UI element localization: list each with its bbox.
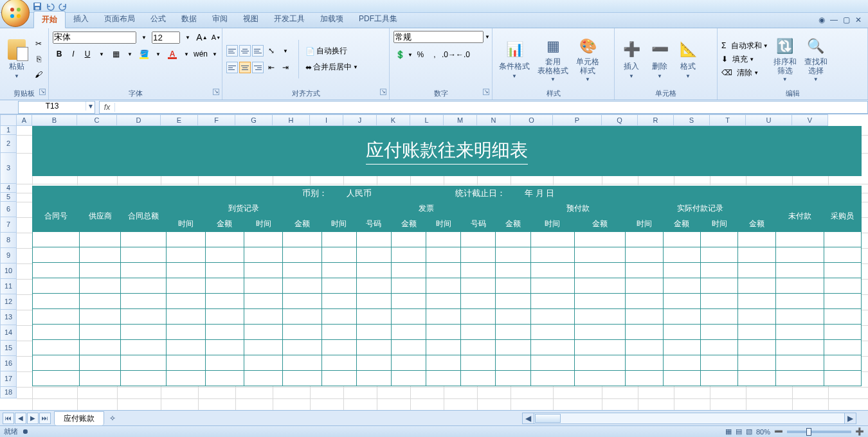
row-header-4[interactable]: 4 <box>0 184 17 193</box>
indent-decrease-icon[interactable]: ⇤ <box>265 61 278 74</box>
col-header-R[interactable]: R <box>638 114 674 126</box>
table-cell[interactable] <box>530 371 575 386</box>
table-cell[interactable] <box>626 371 663 386</box>
table-cell[interactable] <box>205 340 244 355</box>
table-cell[interactable] <box>426 263 461 278</box>
align-right-icon[interactable] <box>252 62 264 73</box>
table-cell[interactable] <box>391 371 426 386</box>
worksheet-area[interactable]: ABCDEFGHIJKLMNOPQRSTUV 12345678910111213… <box>0 114 868 410</box>
table-cell[interactable] <box>496 340 530 355</box>
table-cell[interactable] <box>167 309 205 325</box>
delete-cells-button[interactable]: ➖删除▼ <box>647 38 673 80</box>
table-cell[interactable] <box>626 355 663 371</box>
table-cell[interactable] <box>391 232 426 247</box>
format-as-table-button[interactable]: ▦套用 表格格式▼ <box>535 35 571 83</box>
format-painter-icon[interactable]: 🖌 <box>32 68 45 81</box>
table-cell[interactable] <box>391 294 426 309</box>
table-cell[interactable] <box>663 309 700 325</box>
table-cell[interactable] <box>663 278 700 294</box>
percent-icon[interactable]: % <box>414 48 427 61</box>
table-cell[interactable] <box>663 294 700 309</box>
table-row[interactable] <box>33 278 862 294</box>
table-cell[interactable] <box>824 278 861 294</box>
row-header-12[interactable]: 12 <box>0 294 17 310</box>
table-cell[interactable] <box>775 340 824 355</box>
table-cell[interactable] <box>496 309 530 325</box>
table-cell[interactable] <box>626 325 663 340</box>
tab-审阅[interactable]: 审阅 <box>204 11 235 28</box>
table-cell[interactable] <box>700 232 737 247</box>
table-cell[interactable] <box>244 263 282 278</box>
table-cell[interactable] <box>205 247 244 263</box>
table-cell[interactable] <box>167 278 205 294</box>
col-header-C[interactable]: C <box>77 114 117 126</box>
table-cell[interactable] <box>626 232 663 247</box>
launcher-icon[interactable]: ↘ <box>380 89 386 95</box>
row-header-18[interactable]: 18 <box>0 387 17 398</box>
launcher-icon[interactable]: ↘ <box>483 89 489 95</box>
col-header-E[interactable]: E <box>161 114 198 126</box>
table-cell[interactable] <box>79 371 121 386</box>
table-cell[interactable] <box>33 340 80 355</box>
font-name-select[interactable] <box>53 31 136 44</box>
col-header-S[interactable]: S <box>674 114 710 126</box>
table-cell[interactable] <box>121 232 167 247</box>
col-header-O[interactable]: O <box>511 114 553 126</box>
qat-undo-icon[interactable] <box>45 1 55 12</box>
indent-increase-icon[interactable]: ⇥ <box>279 61 292 74</box>
table-cell[interactable] <box>426 232 461 247</box>
table-cell[interactable] <box>461 247 496 263</box>
table-cell[interactable] <box>391 309 426 325</box>
table-cell[interactable] <box>121 263 167 278</box>
restore-icon[interactable]: ▢ <box>843 15 850 24</box>
table-cell[interactable] <box>391 325 426 340</box>
table-cell[interactable] <box>321 263 356 278</box>
orientation-icon[interactable]: ⤡ <box>265 44 278 57</box>
table-cell[interactable] <box>700 294 737 309</box>
table-cell[interactable] <box>738 340 775 355</box>
table-cell[interactable] <box>244 355 282 371</box>
table-cell[interactable] <box>356 325 391 340</box>
table-cell[interactable] <box>626 278 663 294</box>
table-cell[interactable] <box>461 309 496 325</box>
table-cell[interactable] <box>33 355 80 371</box>
table-cell[interactable] <box>775 247 824 263</box>
launcher-icon[interactable]: ↘ <box>213 89 219 95</box>
row-header-6[interactable]: 6 <box>0 202 17 217</box>
merge-center-button[interactable]: ⬌合并后居中▼ <box>305 62 358 73</box>
table-row[interactable] <box>33 355 862 371</box>
table-cell[interactable] <box>321 309 356 325</box>
table-cell[interactable] <box>700 325 737 340</box>
table-cell[interactable] <box>167 263 205 278</box>
col-header-U[interactable]: U <box>746 114 792 126</box>
table-cell[interactable] <box>575 355 626 371</box>
table-cell[interactable] <box>530 355 575 371</box>
table-row[interactable] <box>33 309 862 325</box>
help-icon[interactable]: ◉ <box>818 15 825 24</box>
table-cell[interactable] <box>775 371 824 386</box>
row-header-1[interactable]: 1 <box>0 126 17 135</box>
table-cell[interactable] <box>244 309 282 325</box>
fill-button[interactable]: ⬇ 填充▼ <box>721 54 754 65</box>
table-cell[interactable] <box>356 263 391 278</box>
border-dropdown-icon[interactable]: ▼ <box>123 48 136 60</box>
table-cell[interactable] <box>356 371 391 386</box>
table-cell[interactable] <box>283 371 321 386</box>
table-row[interactable] <box>33 325 862 340</box>
select-all-corner[interactable] <box>0 114 17 126</box>
sheet-tab-active[interactable]: 应付账款 <box>54 411 104 425</box>
clear-button[interactable]: ⌫ 清除▼ <box>721 67 759 78</box>
table-cell[interactable] <box>824 371 861 386</box>
table-cell[interactable] <box>167 340 205 355</box>
table-cell[interactable] <box>283 278 321 294</box>
col-header-P[interactable]: P <box>553 114 602 126</box>
table-cell[interactable] <box>530 278 575 294</box>
table-cell[interactable] <box>496 247 530 263</box>
row-header-13[interactable]: 13 <box>0 310 17 325</box>
table-cell[interactable] <box>33 247 80 263</box>
table-cell[interactable] <box>575 232 626 247</box>
view-break-icon[interactable]: ▧ <box>746 427 752 436</box>
sheet-nav-next-icon[interactable]: ▶ <box>27 413 39 424</box>
font-color-button[interactable]: A <box>166 48 179 60</box>
table-cell[interactable] <box>79 309 121 325</box>
